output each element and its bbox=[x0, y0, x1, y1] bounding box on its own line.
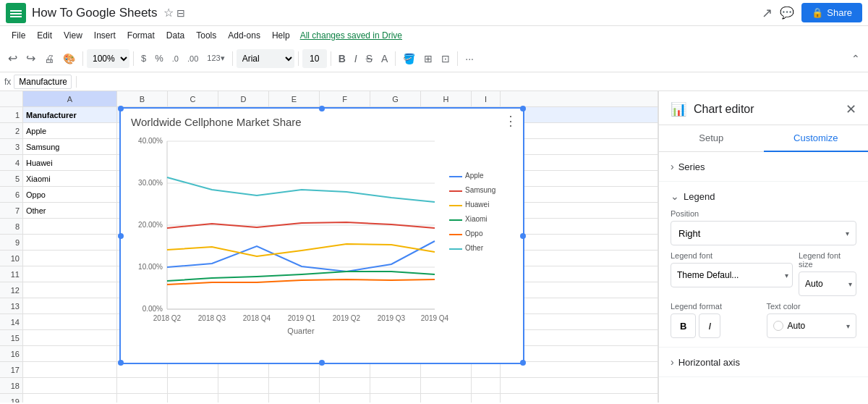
svg-rect-1 bbox=[10, 13, 22, 14]
menu-format[interactable]: Format bbox=[122, 28, 161, 43]
col-header-e[interactable]: E bbox=[269, 91, 320, 106]
zoom-select[interactable]: 100% bbox=[87, 49, 129, 68]
col-header-a[interactable]: A bbox=[23, 91, 117, 106]
currency-button[interactable]: $ bbox=[137, 51, 150, 66]
cell-manufacturer[interactable]: Apple bbox=[23, 123, 117, 138]
svg-text:2019 Q3: 2019 Q3 bbox=[378, 314, 406, 322]
font-select[interactable]: Arial bbox=[237, 49, 294, 68]
format-bold-button[interactable]: B bbox=[671, 313, 696, 338]
menu-help[interactable]: Help bbox=[266, 28, 296, 43]
svg-text:Xiaomi: Xiaomi bbox=[465, 215, 488, 223]
borders-button[interactable]: ⊞ bbox=[420, 51, 436, 67]
print-button[interactable]: 🖨 bbox=[41, 51, 58, 67]
col-header-d[interactable]: D bbox=[218, 91, 269, 106]
comment-icon[interactable]: 💬 bbox=[780, 6, 794, 20]
cell-manufacturer[interactable]: Xiaomi bbox=[23, 171, 117, 186]
cell[interactable]: Manufacturer bbox=[23, 107, 117, 122]
svg-text:30.00%: 30.00% bbox=[138, 179, 163, 187]
more-button[interactable]: ··· bbox=[461, 51, 477, 67]
row-num: 6 bbox=[0, 187, 23, 202]
format-italic-button[interactable]: I bbox=[699, 313, 720, 338]
legend-font-size-select[interactable]: Auto 891012 bbox=[799, 272, 856, 296]
tab-customize[interactable]: Customize bbox=[764, 125, 869, 152]
fill-color-button[interactable]: 🪣 bbox=[399, 51, 419, 67]
italic-button[interactable]: I bbox=[351, 51, 361, 67]
collapse-toolbar-button[interactable]: ⌃ bbox=[848, 51, 864, 67]
font-size-input[interactable] bbox=[302, 49, 327, 68]
row-num: 4 bbox=[0, 155, 23, 170]
svg-rect-25 bbox=[449, 190, 462, 192]
h-axis-label: Horizontal axis bbox=[678, 357, 740, 368]
menu-tools[interactable]: Tools bbox=[190, 28, 222, 43]
col-header-h[interactable]: H bbox=[421, 91, 472, 106]
close-editor-button[interactable]: ✕ bbox=[846, 103, 856, 116]
svg-text:Apple: Apple bbox=[465, 172, 484, 180]
cell-manufacturer[interactable]: Samsung bbox=[23, 139, 117, 154]
cell-manufacturer[interactable]: Huawei bbox=[23, 155, 117, 170]
menu-insert[interactable]: Insert bbox=[88, 28, 122, 43]
decimal1-button[interactable]: .0 bbox=[169, 52, 182, 65]
series-section[interactable]: › Series bbox=[659, 152, 868, 182]
col-header-g[interactable]: G bbox=[370, 91, 421, 106]
text-color-value: Auto bbox=[788, 321, 843, 331]
chevron-right-icon: › bbox=[671, 161, 674, 172]
chart-icon[interactable]: ↗ bbox=[762, 5, 773, 21]
cell-manufacturer[interactable]: Oppo bbox=[23, 187, 117, 202]
doc-title: How To Google Sheets bbox=[32, 6, 158, 20]
svg-rect-29 bbox=[449, 219, 462, 221]
row-num: 3 bbox=[0, 139, 23, 154]
row-num-header bbox=[0, 91, 23, 106]
svg-rect-27 bbox=[449, 205, 462, 206]
svg-rect-33 bbox=[449, 248, 462, 250]
table-row: 19 bbox=[0, 394, 658, 403]
legend-font-size-label: Legend font size bbox=[799, 251, 856, 269]
paint-format-button[interactable]: 🎨 bbox=[59, 51, 79, 67]
cell-reference-input[interactable] bbox=[14, 75, 72, 89]
position-select[interactable]: Right Left Top Bottom None bbox=[671, 221, 856, 245]
chart-three-dots[interactable]: ⋮ bbox=[504, 113, 517, 129]
tab-setup[interactable]: Setup bbox=[659, 125, 764, 151]
col-header-i[interactable]: I bbox=[472, 91, 501, 106]
svg-text:2019 Q4: 2019 Q4 bbox=[421, 314, 449, 322]
legend-section: ⌄ Legend Position Right Left Top Bottom … bbox=[659, 182, 868, 348]
svg-rect-0 bbox=[10, 10, 22, 12]
text-color-button[interactable]: A bbox=[378, 51, 391, 67]
row-num: 7 bbox=[0, 203, 23, 218]
horizontal-axis-section[interactable]: › Horizontal axis bbox=[659, 348, 868, 377]
col-header-b[interactable]: B bbox=[117, 91, 168, 106]
folder-icon[interactable]: ⊟ bbox=[176, 7, 185, 19]
format123-button[interactable]: 123▾ bbox=[203, 51, 228, 65]
merge-button[interactable]: ⊡ bbox=[438, 51, 454, 67]
percent-button[interactable]: % bbox=[151, 51, 167, 66]
function-icon: fx bbox=[4, 77, 11, 87]
chart[interactable]: ⋮ Worldwide Cellphone Market Share 40.00… bbox=[119, 107, 524, 364]
lock-icon: 🔒 bbox=[812, 7, 823, 18]
undo-button[interactable]: ↩ bbox=[4, 49, 21, 67]
menu-view[interactable]: View bbox=[58, 28, 88, 43]
svg-rect-23 bbox=[449, 176, 462, 177]
text-color-button[interactable]: Auto ▾ bbox=[767, 313, 857, 338]
menu-file[interactable]: File bbox=[6, 28, 31, 43]
share-button[interactable]: 🔒 Chart editor Share bbox=[801, 3, 862, 22]
menu-addons[interactable]: Add-ons bbox=[222, 28, 266, 43]
table-row: 18 bbox=[0, 378, 658, 394]
star-icon[interactable]: ☆ bbox=[163, 6, 174, 20]
legend-label: Legend bbox=[684, 191, 715, 202]
menu-edit[interactable]: Edit bbox=[31, 28, 58, 43]
bold-button[interactable]: B bbox=[335, 51, 349, 67]
series-label: Series bbox=[678, 161, 705, 172]
cell-manufacturer[interactable]: Other bbox=[23, 203, 117, 218]
legend-font-select[interactable]: Theme Defaul... bbox=[671, 263, 793, 287]
redo-button[interactable]: ↪ bbox=[22, 49, 39, 67]
col-header-c[interactable]: C bbox=[168, 91, 218, 106]
decimal2-button[interactable]: .00 bbox=[184, 52, 202, 65]
legend-header[interactable]: ⌄ Legend bbox=[671, 190, 856, 202]
svg-text:2018 Q4: 2018 Q4 bbox=[243, 314, 271, 322]
svg-text:Oppo: Oppo bbox=[465, 230, 483, 237]
app-icon bbox=[6, 3, 26, 23]
svg-text:2018 Q2: 2018 Q2 bbox=[153, 314, 182, 322]
col-header-f[interactable]: F bbox=[320, 91, 370, 106]
menu-data[interactable]: Data bbox=[161, 28, 190, 43]
svg-rect-31 bbox=[449, 234, 462, 235]
strikethrough-button[interactable]: S bbox=[362, 51, 376, 67]
